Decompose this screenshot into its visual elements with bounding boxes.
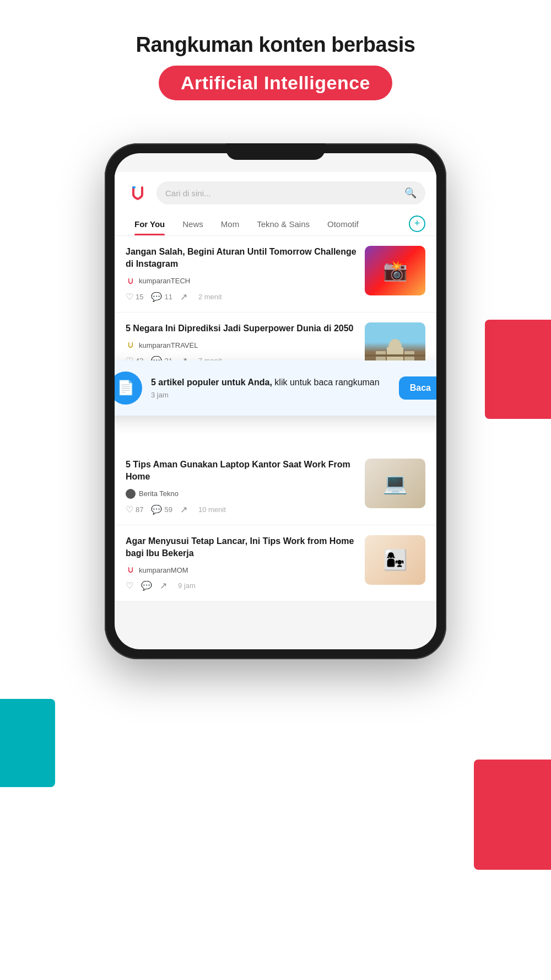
comment-count[interactable]: 💬 11	[151, 292, 172, 302]
notification-time: 3 jam	[151, 391, 390, 399]
source-name: kumparanTRAVEL	[139, 341, 198, 349]
news-thumbnail	[365, 246, 425, 295]
comment-icon: 💬	[151, 504, 162, 515]
phone-inner: Cari di sini... 🔍 For You News Mom Tekno…	[115, 153, 436, 649]
source-logo	[126, 489, 136, 499]
phone-notch	[226, 143, 325, 160]
source-name: Berita Tekno	[139, 489, 179, 498]
notification-text-bold: 5 artikel populer untuk Anda,	[151, 378, 272, 387]
share-button[interactable]: ↗	[180, 504, 187, 515]
news-item-content: Agar Menyusui Tetap Lancar, Ini Tips Wor…	[126, 535, 357, 591]
svg-rect-8	[365, 354, 425, 357]
comment-icon: 💬	[141, 580, 152, 591]
share-button[interactable]: ↗	[180, 292, 187, 302]
svg-point-1	[126, 276, 136, 286]
news-time: 9 jam	[178, 581, 196, 590]
like-count[interactable]: ♡ 15	[126, 292, 143, 302]
news-thumbnail	[365, 459, 425, 508]
tab-tekno[interactable]: Tekno & Sains	[248, 212, 318, 235]
news-item-content: 5 Tips Aman Gunakan Laptop Kantor Saat W…	[126, 459, 357, 515]
news-item-content: Jangan Salah, Begini Aturan Until Tomorr…	[126, 246, 357, 302]
tab-add-button[interactable]: +	[409, 216, 425, 232]
notification-text-rest: klik untuk baca rangkuman	[272, 378, 380, 387]
news-item[interactable]: Jangan Salah, Begini Aturan Until Tomorr…	[115, 236, 436, 313]
heart-icon: ♡	[126, 504, 133, 515]
search-bar[interactable]: Cari di sini... 🔍	[156, 181, 425, 204]
news-thumbnail	[365, 535, 425, 585]
document-icon: 📄	[117, 379, 134, 396]
mother-thumb	[365, 535, 425, 585]
header-subtitle: Rangkuman konten berbasis	[0, 33, 551, 57]
news-actions: ♡ 87 💬 59 ↗ 10 menit	[126, 504, 357, 515]
news-title: Jangan Salah, Begini Aturan Until Tomorr…	[126, 246, 357, 271]
app-header: Cari di sini... 🔍	[115, 172, 436, 212]
news-actions: ♡ 15 💬 11 ↗ 2 menit	[126, 292, 357, 302]
news-source: Berita Tekno	[126, 489, 357, 499]
source-name: kumparanTECH	[139, 277, 190, 285]
share-button[interactable]: ↗	[160, 580, 167, 591]
search-icon: 🔍	[404, 187, 417, 199]
tab-otomotif[interactable]: Otomotif	[318, 212, 368, 235]
svg-point-5	[388, 339, 402, 356]
bg-shape-red-top	[485, 320, 551, 419]
news-title: 5 Tips Aman Gunakan Laptop Kantor Saat W…	[126, 459, 357, 483]
share-icon: ↗	[180, 504, 187, 515]
comment-number: 11	[164, 293, 172, 301]
phone-screen: Cari di sini... 🔍 For You News Mom Tekno…	[115, 153, 436, 649]
tab-mom[interactable]: Mom	[212, 212, 248, 235]
source-name: kumparanMOM	[139, 566, 188, 574]
comment-count[interactable]: 💬 59	[151, 504, 172, 515]
news-source: kumparanTECH	[126, 276, 357, 286]
phone-outer: Cari di sini... 🔍 For You News Mom Tekno…	[105, 143, 446, 659]
svg-point-0	[126, 181, 150, 205]
like-number: 15	[136, 293, 143, 301]
tab-news[interactable]: News	[174, 212, 212, 235]
laptop-thumb	[365, 459, 425, 508]
bg-shape-teal	[0, 699, 55, 787]
bg-shape-red-bottom	[474, 760, 551, 870]
like-count[interactable]: ♡	[126, 580, 133, 591]
search-placeholder: Cari di sini...	[165, 189, 400, 198]
news-source: kumparanMOM	[126, 565, 357, 575]
heart-icon: ♡	[126, 580, 133, 591]
heart-icon: ♡	[126, 292, 133, 302]
like-number: 87	[136, 505, 143, 514]
news-item[interactable]: Agar Menyusui Tetap Lancar, Ini Tips Wor…	[115, 525, 436, 602]
news-title: Agar Menyusui Tetap Lancar, Ini Tips Wor…	[126, 535, 357, 560]
news-time: 2 menit	[198, 293, 222, 301]
notification-icon-wrap: 📄	[115, 371, 142, 405]
comment-count[interactable]: 💬	[141, 580, 152, 591]
app-logo	[126, 181, 150, 205]
notification-text: 5 artikel populer untuk Anda, klik untuk…	[151, 376, 390, 389]
source-logo	[126, 276, 136, 286]
news-time: 10 menit	[198, 505, 226, 514]
notification-content: 5 artikel populer untuk Anda, klik untuk…	[151, 376, 390, 399]
news-title: 5 Negara Ini Diprediksi Jadi Superpower …	[126, 322, 357, 335]
like-count[interactable]: ♡ 87	[126, 504, 143, 515]
tab-for-you[interactable]: For You	[126, 212, 174, 235]
news-actions: ♡ 💬 ↗ 9 jam	[126, 580, 357, 591]
instagram-thumb	[365, 246, 425, 295]
source-logo	[126, 340, 136, 350]
share-icon: ↗	[180, 292, 187, 302]
share-icon: ↗	[160, 580, 167, 591]
news-source: kumparanTRAVEL	[126, 340, 357, 350]
svg-point-2	[126, 340, 136, 350]
comment-icon: 💬	[151, 292, 162, 302]
phone-mockup: Cari di sini... 🔍 For You News Mom Tekno…	[105, 143, 446, 659]
news-item[interactable]: 5 Tips Aman Gunakan Laptop Kantor Saat W…	[115, 449, 436, 525]
app-tabs: For You News Mom Tekno & Sains Otomotif …	[115, 212, 436, 236]
source-logo	[126, 565, 136, 575]
notification-banner: 📄 5 artikel populer untuk Anda, klik unt…	[115, 360, 436, 416]
header-section: Rangkuman konten berbasis Artificial Int…	[0, 0, 551, 117]
comment-number: 59	[164, 505, 172, 514]
header-badge: Artificial Intelligence	[159, 66, 392, 100]
notification-read-button[interactable]: Baca	[399, 376, 436, 400]
svg-point-9	[126, 565, 136, 575]
news-list: Jangan Salah, Begini Aturan Until Tomorr…	[115, 236, 436, 601]
